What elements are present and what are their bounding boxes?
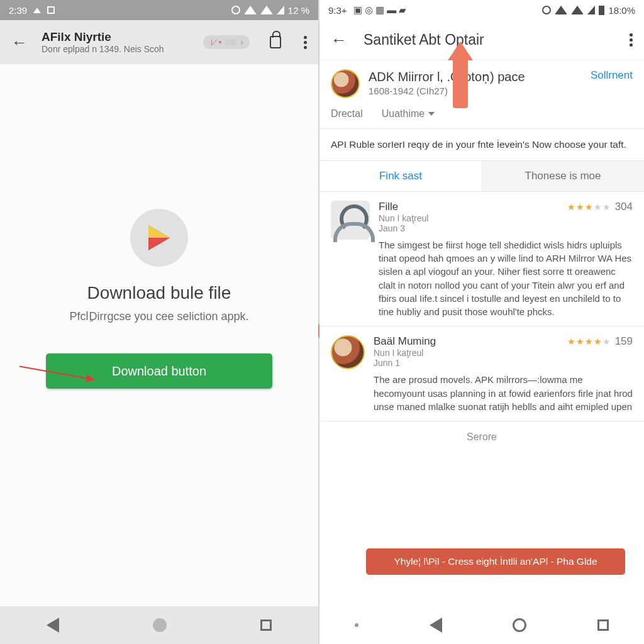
review-item[interactable]: Baäl Muming Nun I kaţreul Junn 1 ★★★★★15… <box>319 326 644 421</box>
nav-recents-icon[interactable] <box>597 619 609 631</box>
app-name: ADK Miirror l, .Orotoṇ) pace <box>369 69 582 84</box>
upload-icon <box>33 8 41 13</box>
review-text: The simgest be fiirst hoge tell shedidic… <box>379 238 633 319</box>
signal-icon <box>277 6 284 14</box>
status-bar-left: 2:39 12 % <box>0 0 318 20</box>
overflow-menu-icon[interactable] <box>630 33 633 47</box>
nav-assistant-icon[interactable] <box>355 623 358 627</box>
review-avatar <box>331 335 365 369</box>
status-chip[interactable]: ⩗•› <box>203 35 250 49</box>
wifi-icon-2 <box>571 6 584 14</box>
filter-uuathime[interactable]: Uuathime <box>382 108 435 119</box>
download-button[interactable]: Download button <box>46 353 272 389</box>
appbar-title: AFilx Niyrtie <box>42 30 164 44</box>
tab-thonese[interactable]: Thonese is moe <box>482 161 644 191</box>
tab-bar: Fink sast Thonese is moe <box>319 160 644 192</box>
star-rating: ★★★★★ <box>567 336 611 347</box>
status-bar-right: 9:3+ ▣ ◎ ▦ ▬ ▰ 18:0% <box>319 0 644 20</box>
square-icon <box>47 6 55 14</box>
clock: 9:3+ <box>328 5 347 16</box>
review-text: The are prosud movels. APK milrrors—:low… <box>374 373 633 413</box>
load-more[interactable]: Serore <box>319 421 644 445</box>
toast-banner[interactable]: Yhyle¦ l\Pil - Cress eight İntlli an'APl… <box>366 548 625 575</box>
review-item[interactable]: Fille Nun I kaţreul Jaun 3 ★★★★★304 The … <box>319 192 644 327</box>
app-header-row: ADK Miirror l, .Orotoṇ) pace 1608-1942 (… <box>319 60 644 104</box>
notif-icon: ▣ ◎ ▦ ▬ ▰ <box>353 4 407 16</box>
clock: 2:39 <box>9 5 27 16</box>
filter-drectal[interactable]: Drectal <box>331 108 363 119</box>
main-content-left: Download bule file PfclِDirrgcse you cee… <box>0 64 318 606</box>
review-date: Junn 1 <box>374 358 436 368</box>
review-sub: Nun I kaţreul <box>379 213 428 223</box>
star-rating: ★★★★★ <box>567 202 611 212</box>
overflow-menu-icon[interactable] <box>304 36 307 49</box>
review-name: Baäl Muming <box>374 335 436 348</box>
nav-bar-left <box>0 606 318 644</box>
review-sub: Nun I kaţreul <box>374 348 436 358</box>
wifi-icon <box>244 6 257 14</box>
tab-fink-sast[interactable]: Fink sast <box>319 161 482 191</box>
download-heading: Download bule file <box>87 283 231 303</box>
sync-icon <box>542 6 551 14</box>
annotation-arrow-up <box>453 58 468 108</box>
nav-bar-right <box>319 606 644 644</box>
app-avatar[interactable] <box>331 69 360 98</box>
wifi-icon <box>555 6 567 14</box>
info-text: API Ruble sorIerI reqıy de in your fnte … <box>319 129 644 160</box>
wifi-icon-2 <box>260 6 273 14</box>
app-action-link[interactable]: Sollrnent <box>591 69 633 82</box>
nav-home-icon[interactable] <box>153 618 167 632</box>
review-avatar <box>331 201 370 240</box>
signal-icon <box>587 6 595 14</box>
nav-home-icon[interactable] <box>513 618 526 632</box>
filter-row: Drectal Uuathime <box>319 104 644 128</box>
nav-recents-icon[interactable] <box>260 619 272 631</box>
back-icon[interactable]: ← <box>331 30 347 50</box>
app-bar-left: ← AFilx Niyrtie Donr eplpad n 1349. Neis… <box>0 20 318 64</box>
app-bar-right: ← Santiket Abt Optair <box>319 20 644 60</box>
review-name: Fille <box>379 201 428 213</box>
appbar-subtitle: Donr eplpad n 1349. Neis Scoh <box>42 44 164 54</box>
nav-back-icon[interactable] <box>430 618 442 633</box>
battery-icon <box>599 6 604 15</box>
review-count: 159 <box>615 335 633 347</box>
back-icon[interactable]: ← <box>11 33 28 52</box>
lock-icon[interactable] <box>270 36 281 48</box>
app-meta: 1608-1942 (CIh27) <box>369 86 582 96</box>
review-date: Jaun 3 <box>379 223 428 233</box>
battery-text: 18:0% <box>608 5 635 16</box>
nav-back-icon[interactable] <box>47 618 59 633</box>
sync-icon <box>231 6 240 14</box>
download-subtext: PfclِDirrgcse you cee seliction appk. <box>69 309 248 323</box>
review-count: 304 <box>615 201 633 213</box>
play-store-icon <box>130 209 188 267</box>
battery-text: 12 % <box>288 5 309 16</box>
chevron-down-icon <box>428 112 435 116</box>
